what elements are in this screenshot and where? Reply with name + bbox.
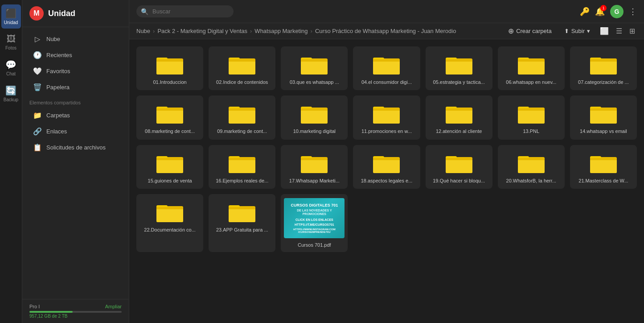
folder-item-f15[interactable]: 15.guiones de venta <box>136 145 203 189</box>
folder-item-f04[interactable]: 04.el consumidor digi... <box>353 46 420 90</box>
folder-icon <box>373 103 400 124</box>
pdf-subtitle: DE LAS NOVEDADES Y PROMOCIONES <box>287 209 342 216</box>
folder-label: 01.Introduccion <box>153 79 186 85</box>
sidebar-item-carpetas[interactable]: 📁 Carpetas <box>26 108 125 123</box>
svg-rect-38 <box>301 108 328 124</box>
folder-label: 11.promociones en w... <box>361 128 412 134</box>
folder-icon <box>301 153 328 174</box>
folder-icon <box>373 54 400 75</box>
svg-rect-26 <box>590 59 617 75</box>
folder-item-f11[interactable]: 11.promociones en w... <box>353 95 420 139</box>
svg-rect-91 <box>229 207 255 209</box>
sidebar-item-recientes[interactable]: 🕐 Recientes <box>26 47 125 63</box>
sidebar-item-favoritos[interactable]: 🤍 Favoritos <box>26 63 125 79</box>
action-buttons: ⊕ Crear carpeta ⬆ Subir ▾ ⬜ ☰ ⊞ <box>504 25 637 37</box>
folder-item-f02[interactable]: 02.Indice de contenidos <box>209 46 275 90</box>
more-menu-button[interactable]: ⋮ <box>629 7 637 17</box>
nav-icon-chat[interactable]: 💬 Chat <box>1 56 21 80</box>
folder-item-f10[interactable]: 10.marketing digital <box>281 95 348 139</box>
folder-item-f23[interactable]: 23.APP Gratuita para ... <box>209 194 275 252</box>
avatar[interactable]: G <box>610 5 623 18</box>
sidebar: M Unidad ▷ Nube 🕐 Recientes 🤍 Favoritos … <box>22 0 129 323</box>
key-button[interactable]: 🔑 <box>580 7 590 17</box>
folder-item-f12[interactable]: 12.atención al cliente <box>426 95 492 139</box>
storage-label: Pro I Ampliar <box>29 304 122 309</box>
search-icon: 🔍 <box>141 8 148 15</box>
sidebar-item-nube[interactable]: ▷ Nube <box>26 31 125 47</box>
svg-rect-83 <box>590 158 617 160</box>
breadcrumb: Nube › Pack 2 - Marketing Digital y Vent… <box>136 23 504 39</box>
key-icon: 🔑 <box>580 7 590 16</box>
sidebar-item-enlaces[interactable]: 🔗 Enlaces <box>26 124 125 139</box>
breadcrumb-nube[interactable]: Nube <box>136 28 150 34</box>
sidebar-item-label: Nube <box>46 36 60 42</box>
folder-item-f07[interactable]: 07.categorización de ... <box>570 46 637 90</box>
more-icon: ⋮ <box>629 7 637 16</box>
create-folder-button[interactable]: ⊕ Crear carpeta <box>504 25 556 37</box>
folder-icon <box>156 202 183 223</box>
folder-icon <box>590 103 617 124</box>
folder-icon <box>301 103 328 124</box>
folder-label: 14.whatsapp vs email <box>580 128 627 134</box>
folder-item-f22[interactable]: 22.Documentación co... <box>136 194 203 252</box>
folder-label: 09.marketing de cont... <box>217 128 267 134</box>
svg-rect-15 <box>373 59 400 62</box>
breadcrumb-whatsapp[interactable]: Whatsapp Marketing <box>254 28 308 34</box>
view-list-button[interactable]: ☰ <box>614 25 624 37</box>
folder-label: 18.aspectos legales e... <box>361 178 413 184</box>
svg-rect-39 <box>301 108 328 111</box>
upload-button[interactable]: ⬆ Subir ▾ <box>560 25 595 37</box>
svg-rect-62 <box>229 158 255 173</box>
nav-icon-fotos[interactable]: 🖼 Fotos <box>1 30 21 54</box>
folder-item-f03[interactable]: 03.que es whatsapp ... <box>281 46 348 90</box>
svg-rect-47 <box>446 108 472 111</box>
svg-rect-18 <box>446 59 472 75</box>
sidebar-header: M Unidad <box>22 0 129 27</box>
breadcrumb-pack2[interactable]: Pack 2 - Marketing Digital y Ventas <box>157 28 247 34</box>
folder-item-f19[interactable]: 19.Qué hacer si bloqu... <box>426 145 492 189</box>
folder-item-f18[interactable]: 18.aspectos legales e... <box>353 145 420 189</box>
view-grid-button[interactable]: ⊞ <box>628 25 637 37</box>
folder-item-f13[interactable]: 13.PNL <box>498 95 565 139</box>
folder-label: 20.WhatsforB, la herr... <box>506 178 557 184</box>
nav-icon-backup[interactable]: 🔄 Backup <box>1 82 21 106</box>
upgrade-link[interactable]: Ampliar <box>105 304 122 309</box>
folder-label: 04.el consumidor digi... <box>361 79 412 85</box>
folder-item-f14[interactable]: 14.whatsapp vs email <box>570 95 637 139</box>
folder-icon <box>373 153 400 174</box>
svg-rect-78 <box>518 158 545 173</box>
bell-button[interactable]: 🔔 1 <box>595 7 605 17</box>
svg-rect-23 <box>518 59 545 62</box>
folder-item-f08[interactable]: 08.marketing de cont... <box>136 95 203 139</box>
folder-item-f17[interactable]: 17.Whatsapp Marketi... <box>281 145 348 189</box>
pdf-title: CURSOS DIGITALES 701 <box>291 203 338 208</box>
folder-label: 12.atención al cliente <box>436 128 482 134</box>
view-window-button[interactable]: ⬜ <box>598 25 611 37</box>
svg-rect-59 <box>156 158 183 160</box>
folder-item-f01[interactable]: 01.Introduccion <box>136 46 203 90</box>
folder-icon <box>229 54 255 75</box>
nav-icon-unidad[interactable]: ⬛ Unidad <box>1 4 21 29</box>
pdf-item[interactable]: CURSOS DIGITALES 701 DE LAS NOVEDADES Y … <box>281 194 348 252</box>
fotos-icon: 🖼 <box>7 34 16 44</box>
svg-rect-46 <box>446 108 472 124</box>
folder-item-f21[interactable]: 21.Masterclass de W... <box>570 145 637 189</box>
sidebar-item-papelera[interactable]: 🗑️ Papelera <box>26 79 125 95</box>
folder-item-f06[interactable]: 06.whatsapp en nuev... <box>498 46 565 90</box>
search-input[interactable] <box>136 5 234 17</box>
svg-rect-58 <box>156 158 183 173</box>
svg-rect-35 <box>229 108 255 111</box>
svg-rect-71 <box>373 158 400 160</box>
folder-icon <box>590 54 617 75</box>
breadcrumb-current[interactable]: Curso Práctico de Whatsapp Marketing - J… <box>315 28 456 34</box>
folder-item-f20[interactable]: 20.WhatsforB, la herr... <box>498 145 565 189</box>
folder-item-f05[interactable]: 05.estrategia y tactica... <box>426 46 492 90</box>
left-icon-rail: ⬛ Unidad 🖼 Fotos 💬 Chat 🔄 Backup <box>0 0 22 323</box>
folder-label: 13.PNL <box>523 128 539 134</box>
folder-label: 21.Masterclass de W... <box>578 178 628 184</box>
sidebar-item-label: Carpetas <box>46 112 70 119</box>
folder-item-f09[interactable]: 09.marketing de cont... <box>209 95 275 139</box>
sidebar-item-solicitudes[interactable]: 📋 Solicitudes de archivos <box>26 140 125 155</box>
svg-rect-2 <box>156 59 183 75</box>
folder-item-f16[interactable]: 16.Ejemplos reales de... <box>209 145 275 189</box>
